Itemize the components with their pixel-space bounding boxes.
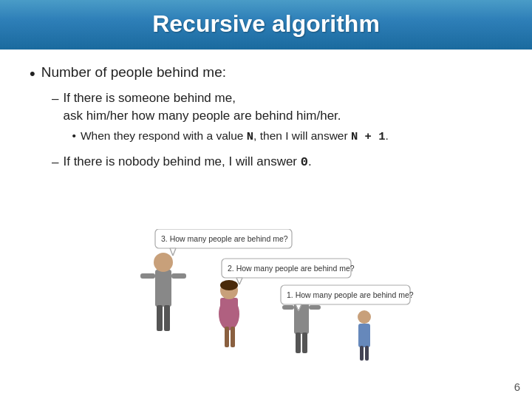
svg-point-9	[220, 280, 238, 290]
svg-rect-21	[365, 346, 369, 361]
dash-item-1-line1: If there is someone behind me,	[63, 89, 388, 107]
svg-rect-20	[360, 346, 364, 361]
main-bullet-text: Number of people behind me:	[41, 64, 226, 81]
slide-content: • Number of people behind me: – If there…	[0, 50, 532, 183]
dash-1: –	[52, 90, 58, 108]
sub-bullet-dot: •	[72, 128, 75, 144]
svg-rect-14	[296, 332, 301, 353]
bullet-dot: •	[30, 64, 35, 83]
dash-item-1-content: If there is someone behind me, ask him/h…	[63, 89, 388, 145]
svg-rect-3	[164, 305, 170, 331]
dash-2: –	[52, 154, 58, 171]
illustration: 3. How many people are behind me? 2. How…	[111, 229, 421, 384]
svg-point-1	[154, 253, 173, 272]
svg-text:1. How many people are behind : 1. How many people are behind me?	[287, 290, 414, 299]
sub-list: – If there is someone behind me, ask him…	[52, 89, 502, 171]
main-bullet: • Number of people behind me:	[30, 64, 502, 83]
svg-text:3. How many people are behind : 3. How many people are behind me?	[161, 234, 288, 243]
svg-rect-2	[157, 305, 163, 331]
slide-title: Recursive algorithm	[152, 10, 380, 37]
svg-point-19	[358, 310, 371, 324]
svg-rect-15	[302, 332, 307, 353]
svg-rect-16	[282, 305, 294, 310]
dash-item-1: – If there is someone behind me, ask him…	[52, 89, 502, 145]
dash-item-2: – If there is nobody behind me, I will a…	[52, 153, 502, 171]
svg-rect-10	[225, 327, 229, 347]
svg-text:2. How many people are behind : 2. How many people are behind me?	[228, 264, 355, 273]
slide: Recursive algorithm • Number of people b…	[0, 0, 532, 399]
svg-rect-17	[309, 305, 321, 310]
slide-header: Recursive algorithm	[0, 0, 532, 50]
dash-item-1-line2: ask him/her how many people are behind h…	[63, 107, 388, 125]
svg-rect-7	[220, 298, 238, 320]
svg-rect-0	[155, 270, 171, 307]
svg-rect-18	[358, 324, 370, 347]
sub-bullet-n: • When they respond with a value N, then…	[72, 128, 388, 146]
page-number: 6	[514, 381, 520, 393]
dash-item-2-content: If there is nobody behind me, I will ans…	[63, 153, 311, 171]
people-illustration: 3. How many people are behind me? 2. How…	[111, 229, 421, 384]
svg-rect-5	[171, 273, 186, 279]
svg-rect-11	[231, 327, 235, 347]
sub-bullet-text: When they respond with a value N, then I…	[81, 128, 389, 146]
svg-rect-4	[140, 273, 155, 279]
